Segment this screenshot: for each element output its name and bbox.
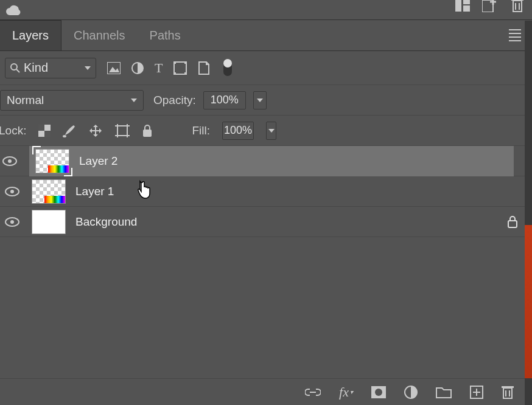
lock-paint-icon[interactable] [63,124,76,137]
tab-layers[interactable]: Layers [0,20,61,50]
opacity-value[interactable]: 100% [203,91,246,109]
opacity-dropdown[interactable] [253,91,267,109]
visibility-toggle[interactable] [0,156,19,166]
layer-actions-bar: fx▾ [0,378,532,405]
svg-point-31 [10,190,14,193]
lock-artboard-icon[interactable] [115,124,130,137]
lock-transparency-icon[interactable] [38,125,51,137]
svg-rect-20 [44,131,51,137]
blend-mode-value: Normal [7,94,44,107]
layer-row[interactable]: Background [0,207,532,237]
svg-rect-19 [38,125,44,131]
shape-filter-icon[interactable] [173,61,187,75]
svg-rect-40 [502,386,514,388]
visibility-toggle[interactable] [2,217,22,227]
filter-kind-label: Kind [24,61,48,75]
layer-thumbnail[interactable] [32,179,66,204]
filter-kind-select[interactable]: Kind [5,58,96,78]
layer-name[interactable]: Background [75,215,137,229]
svg-rect-27 [143,130,152,137]
adjustment-filter-icon[interactable] [131,62,144,74]
svg-rect-4 [513,1,522,12]
fx-icon[interactable]: fx▾ [339,384,353,400]
tab-channels[interactable]: Channels [61,20,138,50]
lock-label: Lock: [0,124,26,137]
adjustment-icon[interactable] [404,386,418,399]
svg-rect-0 [455,0,461,12]
layer-list: Layer 2 Layer 1 Background [0,146,532,237]
new-doc-icon[interactable] [482,0,499,12]
svg-rect-2 [463,5,470,12]
lock-icon [508,216,517,228]
layer-name[interactable]: Layer 2 [79,154,117,168]
search-icon [10,63,20,73]
delete-icon[interactable] [502,385,514,400]
svg-marker-11 [109,67,119,72]
link-icon[interactable] [305,388,321,396]
svg-rect-17 [184,72,187,75]
svg-rect-34 [508,221,517,227]
svg-rect-39 [503,388,512,398]
blend-mode-row: Normal Opacity: 100% [0,85,532,116]
filter-toggle[interactable] [223,60,232,76]
svg-point-21 [63,135,66,137]
cloud-icon [6,4,22,15]
group-icon[interactable] [436,386,452,398]
svg-rect-5 [511,0,523,1]
mask-icon[interactable] [371,386,386,398]
type-filter-icon[interactable]: T [155,60,163,76]
svg-point-8 [11,64,17,70]
chevron-down-icon [268,129,275,133]
svg-rect-15 [184,61,187,64]
svg-line-9 [16,69,19,72]
layer-row[interactable]: Layer 2 [0,146,532,176]
new-layer-icon[interactable] [470,386,483,399]
tab-paths[interactable]: Paths [138,20,193,50]
chevron-down-icon [85,66,91,70]
layer-row[interactable]: Layer 1 [0,176,532,207]
svg-rect-22 [117,126,127,136]
canvas-slice [525,225,532,378]
lock-all-icon[interactable] [142,124,153,137]
svg-rect-16 [173,72,176,75]
svg-point-33 [10,220,14,224]
chevron-down-icon [257,99,263,102]
layer-filter-bar: Kind T [0,51,532,85]
svg-point-29 [8,159,12,163]
titlebar [0,0,532,19]
panel-menu-icon[interactable] [509,29,521,41]
blend-mode-select[interactable]: Normal [0,90,144,111]
image-filter-icon[interactable] [107,62,121,74]
svg-rect-14 [173,61,176,64]
layer-thumbnail[interactable] [32,210,66,234]
svg-rect-1 [463,0,470,4]
fill-label: Fill: [192,124,210,137]
svg-point-36 [375,389,382,396]
fill-value[interactable]: 100% [222,122,254,140]
smartobj-filter-icon[interactable] [198,61,210,75]
trash-icon[interactable] [511,0,523,12]
gallery-icon[interactable] [455,0,470,12]
chevron-down-icon [131,99,137,102]
fill-dropdown[interactable] [266,122,276,140]
layer-thumbnail[interactable] [35,149,69,173]
opacity-label: Opacity: [153,94,196,107]
panel-tabs: Layers Channels Paths [0,19,532,51]
visibility-toggle[interactable] [2,187,22,196]
layer-name[interactable]: Layer 1 [75,185,114,198]
lock-row: Lock: Fill: 100% [0,116,532,146]
lock-position-icon[interactable] [88,123,103,138]
cursor-icon [135,180,153,201]
